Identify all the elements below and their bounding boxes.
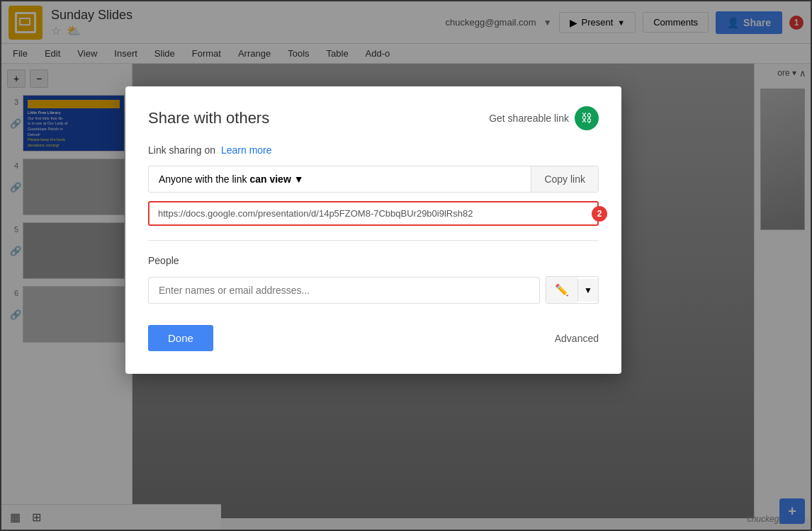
copy-link-button[interactable]: Copy link — [531, 166, 598, 192]
advanced-link[interactable]: Advanced — [555, 333, 599, 344]
divider — [148, 240, 599, 241]
link-chain-icon: ⛓ — [581, 112, 592, 125]
edit-permissions-button[interactable]: ✏️ ▼ — [546, 276, 599, 304]
link-sharing-row: Link sharing on Learn more — [148, 144, 599, 156]
get-shareable-link-button[interactable]: Get shareable link ⛓ — [489, 106, 599, 130]
link-icon-circle: ⛓ — [575, 106, 599, 130]
permissions-row: Anyone with the link can view ▼ Copy lin… — [148, 166, 599, 193]
link-url-input[interactable] — [148, 201, 599, 226]
modal-title: Share with others — [148, 109, 269, 127]
url-badge: 2 — [592, 206, 607, 222]
people-label: People — [148, 255, 599, 266]
permissions-label: Anyone with the link can view ▼ — [159, 173, 304, 185]
learn-more-link[interactable]: Learn more — [221, 144, 272, 156]
get-link-label: Get shareable link — [489, 113, 569, 124]
share-modal: Share with others Get shareable link ⛓ L… — [125, 86, 621, 374]
people-email-input[interactable] — [148, 277, 540, 304]
modal-header: Share with others Get shareable link ⛓ — [148, 106, 599, 130]
permissions-select[interactable]: Anyone with the link can view ▼ — [149, 166, 531, 192]
people-input-row: ✏️ ▼ — [148, 276, 599, 304]
modal-footer: Done Advanced — [148, 325, 599, 351]
edit-dropdown-arrow[interactable]: ▼ — [577, 279, 598, 302]
app-container: Sunday Slides ☆ ⛅ chuckegg@gmail.com ▼ ▶… — [0, 0, 812, 531]
edit-icon[interactable]: ✏️ — [546, 277, 577, 303]
link-url-row: 2 — [148, 201, 599, 226]
done-button[interactable]: Done — [148, 325, 213, 351]
link-sharing-label: Link sharing on — [148, 144, 215, 156]
